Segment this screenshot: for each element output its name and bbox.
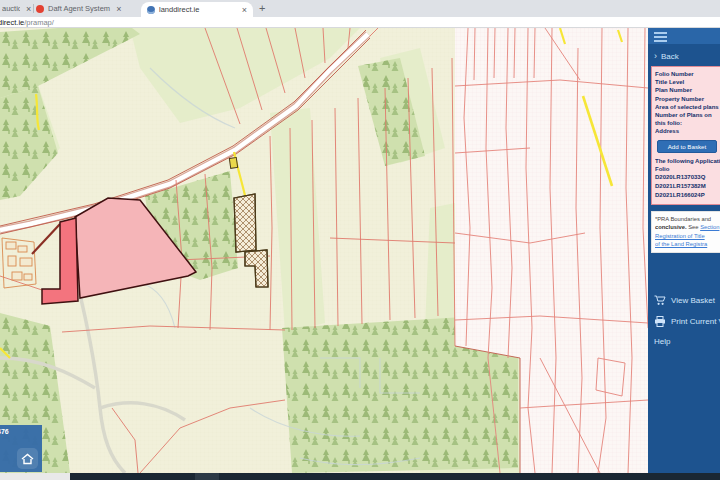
bottom-gray-strip [0,473,70,480]
print-current-view-button[interactable]: Print Current View [654,316,720,327]
cart-icon [654,295,666,306]
browser-tab-bar: auction × Daft Agent System × landdirect… [0,0,720,17]
land-registry-map [0,28,648,473]
pra-disclaimer-panel: *PRA Boundaries and conclusive. See Sect… [651,211,720,253]
printer-icon [654,316,666,327]
folio-number-item: D2021LR166024P [655,191,720,200]
chevron-right-icon: › [654,51,657,61]
small-building [229,157,237,168]
back-label: Back [661,52,679,61]
tab-landdirect-label: landdirect.ie [159,5,199,14]
field-number-of-plans: Number of Plans on this folio: [655,111,719,127]
folio-number-item: D2020LR137033Q [655,173,720,182]
tab-close-icon[interactable]: × [242,5,247,15]
view-basket-button[interactable]: View Basket [654,295,715,306]
tab-landdirect[interactable]: landdirect.ie × [141,2,253,17]
taskbar-notch [195,473,219,480]
applications-heading-line1: The following Applications [655,157,720,165]
print-current-view-label: Print Current View [671,317,720,326]
tab-close-icon[interactable]: × [116,4,121,14]
taskbar-edge [70,473,720,480]
disclaimer-link-land-registry[interactable]: of the Land Registra [655,240,720,248]
url-path: /pramap/ [24,18,54,27]
tab-daft[interactable]: Daft Agent System × [36,0,138,17]
daft-favicon-icon [36,5,44,13]
field-address: Address [655,127,719,135]
disclaimer-line1: *PRA Boundaries and [655,215,720,223]
info-box-label: 476 [0,428,42,435]
new-tab-button[interactable]: + [259,2,265,14]
field-title-level: Title Level [655,78,719,86]
tab-close-icon[interactable]: × [26,4,31,14]
map-info-box[interactable]: 476 [0,425,42,472]
back-button[interactable]: › Back [654,51,679,61]
field-plan-number: Plan Number [655,86,719,94]
field-property-number: Property Number [655,95,719,103]
tab-auction[interactable]: auction × [0,0,32,17]
map-canvas[interactable]: 476 [0,28,648,473]
folio-info-panel: Folio Number Title Level Plan Number Pro… [651,66,720,205]
disclaimer-see: See [687,224,701,230]
url-host: direct.ie [0,18,24,27]
field-folio-number: Folio Number [655,70,719,78]
disclaimer-bold: conclusive. [655,224,687,230]
url-bar[interactable]: direct.ie/pramap/ [0,17,720,28]
field-area-selected-plans: Area of selected plans [655,103,719,111]
sidebar: › Back Folio Number Title Level Plan Num… [648,28,720,473]
tab-daft-label: Daft Agent System [48,4,110,13]
tab-auction-label: auction [2,4,20,13]
add-to-basket-button[interactable]: Add to Basket [657,140,717,153]
disclaimer-link-section[interactable]: Section [700,224,719,230]
applications-heading-line2: Folio [655,165,720,173]
help-label: Help [654,337,670,346]
help-link[interactable]: Help [654,337,670,346]
disclaimer-link-registration[interactable]: Registration of Title [655,232,720,240]
view-basket-label: View Basket [671,296,715,305]
landdirect-favicon-icon [147,6,155,14]
tab-divider [33,4,34,13]
home-icon[interactable] [17,448,38,469]
folio-number-item: D2021LR157382M [655,182,720,191]
